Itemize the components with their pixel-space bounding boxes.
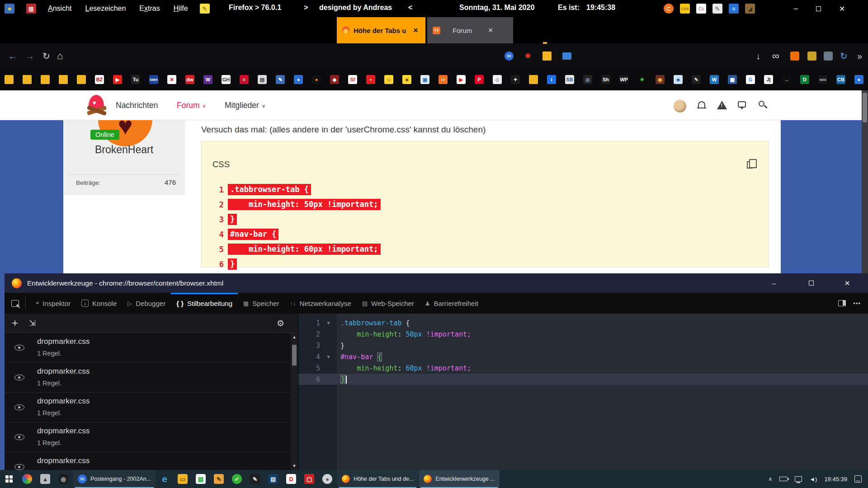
- devtools-tab-speicher[interactable]: ▦Speicher: [238, 293, 285, 314]
- bell-icon[interactable]: [696, 100, 707, 111]
- editor-line[interactable]: 6}: [298, 374, 868, 385]
- calendar-grid-icon[interactable]: ▦: [26, 4, 36, 14]
- css-validator-icon[interactable]: CSS: [680, 4, 690, 14]
- bookmarks-manager-icon[interactable]: ★: [5, 4, 14, 14]
- taskbar-app-red-d[interactable]: D: [282, 470, 300, 488]
- bookmark-folder-icon[interactable]: [41, 75, 50, 84]
- scrollbar-thumb[interactable]: [292, 345, 297, 366]
- user-avatar-small[interactable]: [674, 100, 684, 111]
- bookmark-folder-icon[interactable]: [529, 75, 538, 84]
- taskbar-window-firefox[interactable]: Höhe der Tabs und de...: [337, 470, 418, 488]
- taskbar-app-chart[interactable]: ▲: [36, 470, 54, 488]
- display-icon[interactable]: [795, 476, 802, 482]
- taskbar-app-edge[interactable]: e: [156, 470, 174, 488]
- back-icon[interactable]: ←: [8, 43, 17, 69]
- stylesheet-item[interactable]: dropmarker.css1 Regel.: [5, 333, 291, 363]
- tab-forum[interactable]: f-f Forum ✕: [427, 17, 513, 43]
- editor-line[interactable]: 3}: [298, 340, 868, 351]
- bookmark-favicon[interactable]: W: [710, 75, 719, 84]
- devtools-tab-inspektor[interactable]: ⌖Inspektor: [30, 293, 76, 314]
- reload-icon[interactable]: ↻: [42, 43, 50, 69]
- bookmark-favicon[interactable]: ●: [294, 75, 303, 84]
- visibility-eye-icon[interactable]: [14, 404, 24, 410]
- devtools-tab-konsole[interactable]: ›Konsole: [76, 293, 122, 314]
- bookmark-favicon[interactable]: i: [547, 75, 556, 84]
- devtools-titlebar[interactable]: Entwicklerwerkzeuge - chrome://browser/c…: [5, 273, 868, 293]
- search-icon[interactable]: [759, 100, 769, 111]
- editor-line[interactable]: 4▼#nav-bar {: [298, 351, 868, 362]
- bookmark-favicon[interactable]: CB: [836, 75, 845, 84]
- editor-line[interactable]: 2 min-height: 50px !important;: [298, 328, 868, 340]
- bookmark-favicon[interactable]: ◉: [656, 75, 665, 84]
- visibility-eye-icon[interactable]: [14, 434, 24, 440]
- bookmark-favicon[interactable]: WP: [619, 75, 628, 84]
- menu-item-lesezeichen[interactable]: Lesezeichen: [85, 5, 126, 13]
- stylesheet-item[interactable]: dropmarker.css1 Regel.: [5, 452, 291, 470]
- sync-tabs-icon[interactable]: ∞: [772, 43, 779, 69]
- bookmark-folder-icon[interactable]: [23, 75, 32, 84]
- dock-side-icon[interactable]: [838, 300, 846, 306]
- devtools-tab-stilbearbeitung[interactable]: { }Stilbearbeitung: [171, 293, 238, 314]
- tab-close-icon[interactable]: ✕: [488, 27, 493, 34]
- taskbar-app-keepass[interactable]: ✎: [210, 470, 228, 488]
- tray-clock[interactable]: 19:45:39: [824, 476, 847, 483]
- taskbar-app-explorer[interactable]: ▭: [174, 470, 192, 488]
- meatball-menu-icon[interactable]: •••: [853, 300, 861, 307]
- bookmark-favicon[interactable]: GH: [222, 75, 231, 84]
- copy-icon[interactable]: [747, 161, 753, 169]
- taskbar-window-thunderbird[interactable]: ✉Posteingang - 2002An...: [73, 470, 156, 488]
- taskbar-app-monitor[interactable]: ▢: [300, 470, 318, 488]
- forum-nav-nachrichten[interactable]: Nachrichten: [116, 90, 158, 120]
- scroll-up-icon[interactable]: ▲: [291, 335, 298, 339]
- restore-icon[interactable]: [802, 273, 820, 293]
- stylesheet-scrollbar[interactable]: ▲ ▼: [291, 333, 298, 470]
- notes-icon[interactable]: ✎: [200, 4, 210, 14]
- pick-element-icon[interactable]: [11, 300, 19, 307]
- bookmark-favicon[interactable]: ◆: [330, 75, 339, 84]
- close-icon[interactable]: ✕: [838, 273, 856, 293]
- menu-item-ansicht[interactable]: Ansicht: [48, 5, 71, 13]
- notepad-icon[interactable]: ✎: [712, 4, 722, 14]
- visibility-eye-icon[interactable]: [14, 464, 24, 470]
- bookmark-favicon[interactable]: ▶: [457, 75, 466, 84]
- download-icon[interactable]: ↓: [756, 43, 760, 69]
- bookmark-favicon[interactable]: ✦: [511, 75, 520, 84]
- bookmark-favicon[interactable]: Tu: [131, 75, 140, 84]
- minimize-icon[interactable]: –: [794, 5, 798, 13]
- taskbar-app-doc[interactable]: ▤: [192, 470, 210, 488]
- bookmark-favicon[interactable]: dw: [185, 75, 194, 84]
- warning-icon[interactable]: [717, 100, 728, 111]
- bookmark-favicon[interactable]: ☻: [674, 75, 683, 84]
- taskbar-app-gray[interactable]: ●: [318, 470, 336, 488]
- css-editor[interactable]: 1▼.tabbrowser-tab {2 min-height: 50px !i…: [298, 314, 868, 470]
- page-scrollbar-thumb[interactable]: [863, 93, 867, 122]
- bookmark-favicon[interactable]: W: [203, 75, 212, 84]
- editor-line[interactable]: 1▼.tabbrowser-tab {: [298, 317, 868, 328]
- forum-nav-mitglieder[interactable]: Mitglieder∨: [225, 90, 265, 120]
- bookmark-favicon[interactable]: ◇: [493, 75, 502, 84]
- stylesheet-item[interactable]: dropmarker.css1 Regel.: [5, 363, 291, 393]
- bookmark-favicon[interactable]: b64: [818, 75, 827, 84]
- stylesheet-item[interactable]: dropmarker.css1 Regel.: [5, 422, 291, 452]
- battery-icon[interactable]: [779, 477, 788, 481]
- menu-item-hilfe[interactable]: Hilfe: [174, 5, 188, 13]
- minimize-icon[interactable]: –: [765, 273, 783, 293]
- bookmark-favicon[interactable]: ▤: [258, 75, 267, 84]
- extension-red-icon[interactable]: ✸: [524, 43, 531, 69]
- bookmark-favicon[interactable]: G: [746, 75, 755, 84]
- extension-slate-icon[interactable]: [824, 43, 833, 69]
- bookmark-favicon[interactable]: ☺: [384, 75, 393, 84]
- stylesheet-item[interactable]: dropmarker.css1 Regel.: [5, 393, 291, 422]
- bookmark-favicon[interactable]: ▣: [420, 75, 429, 84]
- devtools-tab-barrierefreiheit[interactable]: ♟Barrierefreiheit: [420, 293, 484, 314]
- tray-chevron-icon[interactable]: ∧: [768, 476, 772, 482]
- devtools-tab-netzwerkanalyse[interactable]: ↑↓Netzwerkanalyse: [285, 293, 357, 314]
- thunderbird-icon[interactable]: ✉: [505, 43, 514, 69]
- bookmark-favicon[interactable]: GMX: [149, 75, 158, 84]
- visibility-eye-icon[interactable]: [14, 375, 24, 380]
- taskbar-app-book[interactable]: ▤: [264, 470, 282, 488]
- menu-item-extras[interactable]: Extras: [139, 5, 160, 13]
- tab-hoehe-der-tabs[interactable]: Höhe der Tabs u ✕: [337, 17, 425, 43]
- bookmark-favicon[interactable]: ●: [312, 75, 321, 84]
- bookmark-folder-icon[interactable]: [5, 75, 14, 84]
